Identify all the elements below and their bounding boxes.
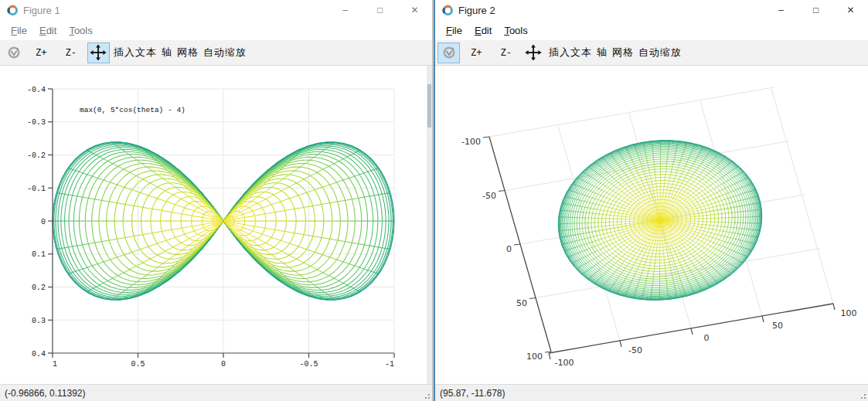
pan-icon xyxy=(525,44,542,61)
menu-file[interactable]: File xyxy=(5,22,33,40)
cursor-coordinates: (95.87, -11.678) xyxy=(440,388,505,399)
figure2-menubar: File Edit Tools xyxy=(435,20,868,40)
zoom-in-button[interactable]: Z+ xyxy=(463,42,489,63)
svg-text:0.5: 0.5 xyxy=(131,360,145,369)
close-button[interactable]: ✕ xyxy=(397,0,432,20)
window-title: Figure 1 xyxy=(23,5,60,16)
svg-text:-0.2: -0.2 xyxy=(27,151,46,160)
svg-text:-100: -100 xyxy=(461,137,481,147)
svg-text:0: 0 xyxy=(704,333,710,343)
svg-text:0: 0 xyxy=(506,244,512,254)
svg-text:-100: -100 xyxy=(555,358,574,368)
svg-text:max(0, 5*cos(theta) - 4): max(0, 5*cos(theta) - 4) xyxy=(80,106,186,114)
zoom-out-button[interactable]: Z- xyxy=(57,42,83,63)
window-title: Figure 2 xyxy=(458,5,495,16)
figure2-window: Figure 2 – □ ✕ File Edit Tools Z+ Z- 插入文… xyxy=(434,0,868,401)
maximize-button[interactable]: □ xyxy=(363,0,397,20)
rotate-icon xyxy=(6,45,22,60)
pan-tool-button[interactable] xyxy=(87,42,110,63)
figure2-toolbar: Z+ Z- 插入文本 轴 网格 自动缩放 xyxy=(435,40,868,66)
svg-text:0.3: 0.3 xyxy=(32,317,46,325)
pan-icon xyxy=(90,44,107,61)
grid-button[interactable]: 网格 xyxy=(176,42,199,63)
svg-text:100: 100 xyxy=(841,308,857,318)
resize-grip[interactable] xyxy=(423,392,431,399)
svg-text:-1: -1 xyxy=(385,360,394,369)
zoom-in-button[interactable]: Z+ xyxy=(28,42,54,63)
svg-text:0: 0 xyxy=(41,218,46,226)
grid-button[interactable]: 网格 xyxy=(611,42,635,63)
insert-text-button[interactable]: 插入文本 xyxy=(548,42,593,63)
resize-grip[interactable] xyxy=(859,392,866,399)
axes-button[interactable]: 轴 xyxy=(161,42,173,63)
svg-text:-0.1: -0.1 xyxy=(27,185,46,193)
close-button[interactable]: ✕ xyxy=(833,0,868,20)
figure2-statusbar: (95.87, -11.678) xyxy=(435,384,868,401)
svg-text:-50: -50 xyxy=(628,345,642,355)
pan-tool-button[interactable] xyxy=(523,42,545,63)
svg-text:0.2: 0.2 xyxy=(32,284,46,292)
svg-text:0: 0 xyxy=(221,360,226,369)
maximize-button[interactable]: □ xyxy=(798,0,833,20)
zoom-out-button[interactable]: Z- xyxy=(492,42,519,63)
menu-tools[interactable]: Tools xyxy=(63,22,98,40)
autoscale-button[interactable]: 自动缩放 xyxy=(203,42,247,63)
app-logo-icon xyxy=(7,5,19,16)
rotate-tool-button[interactable] xyxy=(437,42,460,63)
figure1-toolbar: Z+ Z- 插入文本 轴 网格 自动缩放 xyxy=(0,40,432,66)
minimize-button[interactable]: – xyxy=(764,0,798,20)
svg-text:50: 50 xyxy=(516,298,527,308)
figure1-menubar: File Edit Tools xyxy=(0,20,432,40)
figure2-titlebar[interactable]: Figure 2 – □ ✕ xyxy=(435,0,868,20)
menu-edit[interactable]: Edit xyxy=(468,22,498,40)
rotate-tool-button[interactable] xyxy=(2,42,25,63)
svg-text:0.4: 0.4 xyxy=(32,350,46,359)
app-logo-icon xyxy=(442,5,454,16)
rotate-icon xyxy=(441,45,457,60)
axes-button[interactable]: 轴 xyxy=(596,42,608,63)
svg-text:-50: -50 xyxy=(482,191,496,201)
svg-text:-0.3: -0.3 xyxy=(27,118,46,127)
svg-text:50: 50 xyxy=(772,321,783,331)
menu-tools[interactable]: Tools xyxy=(498,22,533,40)
insert-text-button[interactable]: 插入文本 xyxy=(113,42,158,63)
figure1-statusbar: (-0.96866, 0.11392) xyxy=(0,384,432,401)
figure1-canvas[interactable]: -0.4-0.3-0.2-0.100.10.20.30.410.50-0.5-1… xyxy=(0,66,432,384)
figure2-canvas[interactable]: 100500-50-100-100-50050100 xyxy=(435,66,868,384)
figure1-plot[interactable]: -0.4-0.3-0.2-0.100.10.20.30.410.50-0.5-1… xyxy=(0,66,427,384)
svg-text:-0.4: -0.4 xyxy=(27,86,46,94)
scrollbar-thumb[interactable] xyxy=(427,84,431,127)
figure1-window: Figure 1 – □ ✕ File Edit Tools Z+ Z- 插入文… xyxy=(0,0,433,401)
figure1-scrollbar[interactable] xyxy=(427,66,432,384)
svg-text:100: 100 xyxy=(526,352,543,362)
minimize-button[interactable]: – xyxy=(328,0,363,20)
autoscale-button[interactable]: 自动缩放 xyxy=(638,42,682,63)
figure2-plot[interactable]: 100500-50-100-100-50050100 xyxy=(435,66,868,384)
figure1-titlebar[interactable]: Figure 1 – □ ✕ xyxy=(0,0,432,20)
svg-text:0.1: 0.1 xyxy=(32,250,46,259)
menu-edit[interactable]: Edit xyxy=(33,22,63,40)
svg-text:-0.5: -0.5 xyxy=(299,360,318,369)
menu-file[interactable]: File xyxy=(440,22,468,40)
cursor-coordinates: (-0.96866, 0.11392) xyxy=(5,388,86,399)
svg-text:1: 1 xyxy=(53,360,57,369)
